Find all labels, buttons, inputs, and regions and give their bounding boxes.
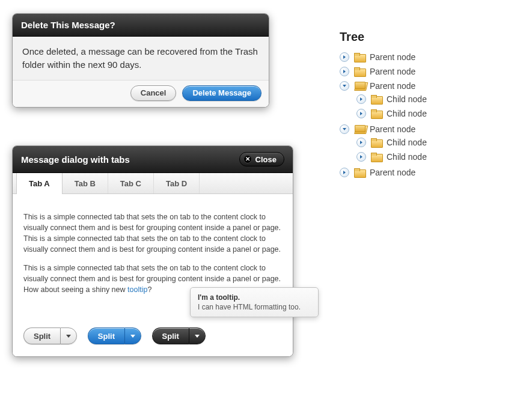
close-button[interactable]: ✕ Close: [239, 152, 284, 166]
confirm-title-text: Delete This Message?: [21, 20, 115, 30]
cancel-button[interactable]: Cancel: [130, 85, 177, 101]
tree-node-label: Parent node: [370, 81, 415, 91]
tree-row[interactable]: Child node: [356, 151, 508, 163]
confirm-dialog-body: Once deleted, a message can be recovered…: [13, 37, 269, 80]
tab-c[interactable]: Tab C: [108, 173, 154, 193]
split-default-label: Split: [34, 332, 50, 341]
tree-node-label: Parent node: [370, 168, 415, 177]
tree-parent-item: Parent node: [340, 165, 508, 180]
tab-b[interactable]: Tab B: [63, 173, 108, 193]
folder-closed-icon: [354, 168, 365, 177]
tree-node-label: Child node: [387, 138, 427, 147]
tree-row[interactable]: Child node: [356, 136, 508, 148]
chevron-down-icon: [195, 335, 200, 338]
tree-child-item: Child node: [356, 92, 508, 106]
expander-open-icon[interactable]: [340, 81, 349, 91]
tree-row[interactable]: Parent node: [340, 65, 508, 78]
tree-row[interactable]: Parent node: [340, 166, 508, 178]
tooltip-link[interactable]: tooltip: [127, 285, 147, 294]
tree-node-label: Child node: [387, 109, 427, 118]
close-button-label: Close: [255, 155, 277, 164]
folder-closed-icon: [354, 67, 365, 76]
split-default-main[interactable]: Split: [23, 327, 60, 344]
folder-closed-icon: [371, 138, 382, 147]
tabbar: Tab A Tab B Tab C Tab D: [13, 173, 293, 194]
tooltip: I'm a tooltip. I can have HTML formattin…: [190, 287, 319, 317]
expander-closed-icon[interactable]: [356, 109, 366, 118]
tree-row[interactable]: Parent node: [340, 123, 508, 135]
delete-button-label: Delete Message: [192, 88, 251, 97]
tree-node-label: Child node: [387, 94, 427, 104]
split-primary-caret[interactable]: [124, 327, 141, 344]
folder-closed-icon: [371, 109, 382, 118]
split-dark-main[interactable]: Split: [152, 327, 189, 344]
tree-parent-item: Parent node: [340, 64, 508, 79]
close-icon: ✕: [243, 155, 252, 163]
tree-child-item: Child node: [356, 150, 508, 164]
tree-row[interactable]: Parent node: [340, 51, 508, 63]
split-dark: Split: [152, 327, 206, 344]
tree-row[interactable]: Child node: [356, 108, 508, 120]
tab-b-label: Tab B: [75, 179, 96, 188]
tree-parent-item: Parent nodeChild nodeChild node: [340, 79, 508, 122]
tree-children: Child nodeChild node: [340, 135, 508, 164]
folder-open-icon: [354, 82, 365, 90]
tree-row[interactable]: Parent node: [340, 80, 508, 92]
tab-d[interactable]: Tab D: [154, 173, 200, 193]
confirm-dialog-title: Delete This Message?: [13, 14, 269, 37]
folder-closed-icon: [371, 95, 382, 103]
tree-node-label: Parent node: [370, 52, 415, 62]
tree-child-item: Child node: [356, 135, 508, 150]
chevron-down-icon: [130, 335, 135, 338]
tab-c-label: Tab C: [120, 179, 141, 188]
expander-open-icon[interactable]: [340, 124, 349, 134]
tree-node-label: Parent node: [370, 67, 415, 76]
tree-title: Tree: [340, 30, 508, 44]
tree-parent-item: Parent node: [340, 50, 508, 64]
split-primary-main[interactable]: Split: [88, 327, 124, 344]
tab-a[interactable]: Tab A: [16, 173, 63, 194]
tree-parent-item: Parent nodeChild nodeChild node: [340, 122, 508, 165]
tooltip-line2: I can have HTML formatting too.: [198, 303, 301, 311]
folder-closed-icon: [371, 153, 382, 161]
tab-a-label: Tab A: [29, 179, 50, 188]
split-dark-caret[interactable]: [189, 327, 206, 344]
expander-closed-icon[interactable]: [356, 152, 366, 162]
tree-children: Child nodeChild node: [340, 92, 508, 121]
tabs-dialog-title: Message dialog with tabs: [21, 154, 130, 165]
expander-closed-icon[interactable]: [356, 138, 366, 147]
tabs-dialog: Message dialog with tabs ✕ Close Tab A T…: [12, 145, 293, 357]
folder-open-icon: [354, 125, 365, 133]
tabs-dialog-header: Message dialog with tabs ✕ Close: [13, 146, 293, 173]
tree-node-label: Parent node: [370, 124, 415, 134]
cancel-button-label: Cancel: [141, 88, 167, 97]
split-primary-label: Split: [98, 332, 115, 341]
tree-node-label: Child node: [387, 152, 427, 162]
split-default: Split: [23, 327, 77, 344]
tooltip-link-text: tooltip: [127, 285, 147, 294]
tree-child-item: Child node: [356, 106, 508, 121]
confirm-dialog-footer: Cancel Delete Message: [13, 80, 269, 107]
expander-closed-icon[interactable]: [356, 94, 366, 104]
confirm-dialog: Delete This Message? Once deleted, a mes…: [12, 13, 269, 108]
folder-closed-icon: [354, 53, 365, 61]
split-default-caret[interactable]: [60, 327, 77, 344]
expander-closed-icon[interactable]: [340, 67, 349, 76]
delete-message-button[interactable]: Delete Message: [182, 85, 261, 101]
split-primary: Split: [88, 327, 141, 344]
expander-closed-icon[interactable]: [340, 168, 349, 177]
tooltip-line1: I'm a tooltip.: [198, 293, 240, 302]
split-buttons-area: Split Split Split: [13, 314, 293, 356]
tab-para-1: This is a simple connected tab that sets…: [23, 212, 282, 255]
tree-root: Parent nodeParent nodeParent nodeChild n…: [340, 50, 508, 180]
tab-d-label: Tab D: [166, 179, 187, 188]
chevron-down-icon: [66, 335, 71, 338]
tab-para-2-post: ?: [147, 285, 151, 294]
tree-panel: Tree Parent nodeParent nodeParent nodeCh…: [340, 30, 508, 180]
expander-closed-icon[interactable]: [340, 52, 349, 62]
split-dark-label: Split: [162, 332, 179, 341]
tree-row[interactable]: Child node: [356, 93, 508, 105]
